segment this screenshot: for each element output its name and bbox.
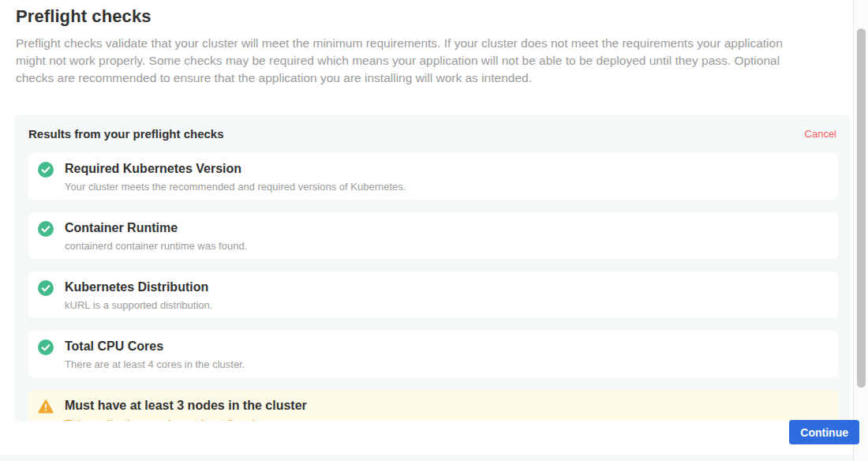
check-title: Kubernetes Distribution — [65, 279, 827, 294]
checks-list: Required Kubernetes Version Your cluster… — [28, 153, 838, 437]
check-message: kURL is a supported distribution. — [65, 299, 827, 311]
success-check-icon — [38, 162, 54, 178]
cancel-link[interactable]: Cancel — [805, 128, 836, 140]
results-panel: Results from your preflight checks Cance… — [14, 114, 851, 451]
success-check-icon — [38, 339, 54, 355]
main-content: Preflight checks Preflight checks valida… — [0, 0, 853, 451]
check-message: There are at least 4 cores in the cluste… — [65, 358, 827, 370]
success-check-icon — [38, 280, 54, 296]
check-message: Your cluster meets the recommended and r… — [65, 181, 827, 193]
check-title: Required Kubernetes Version — [65, 161, 827, 176]
warning-triangle-icon — [38, 399, 54, 414]
check-text: Required Kubernetes Version Your cluster… — [65, 161, 827, 193]
scrollbar-thumb[interactable] — [857, 28, 866, 388]
check-text: Container Runtime containerd container r… — [65, 220, 827, 252]
continue-button[interactable]: Continue — [789, 420, 859, 444]
check-title: Must have at least 3 nodes in the cluste… — [65, 398, 827, 413]
bottom-strip — [0, 455, 853, 461]
page-description: Preflight checks validate that your clus… — [16, 35, 814, 87]
check-card: Container Runtime containerd container r… — [28, 212, 838, 259]
preflight-checks-page: Preflight checks Preflight checks valida… — [0, 0, 868, 461]
check-title: Total CPU Cores — [65, 339, 827, 354]
results-heading: Results from your preflight checks — [28, 127, 224, 141]
success-check-icon — [38, 221, 54, 237]
footer-bar — [0, 421, 853, 455]
check-card: Total CPU Cores There are at least 4 cor… — [28, 331, 838, 377]
check-card: Required Kubernetes Version Your cluster… — [28, 153, 838, 200]
check-text: Total CPU Cores There are at least 4 cor… — [65, 339, 827, 370]
check-title: Container Runtime — [65, 220, 827, 235]
page-title: Preflight checks — [16, 6, 853, 27]
check-message: containerd container runtime was found. — [65, 240, 827, 252]
scrollbar[interactable] — [853, 0, 868, 461]
check-card: Kubernetes Distribution kURL is a suppor… — [28, 272, 838, 318]
results-panel-header: Results from your preflight checks Cance… — [28, 127, 838, 141]
check-text: Kubernetes Distribution kURL is a suppor… — [65, 279, 827, 311]
